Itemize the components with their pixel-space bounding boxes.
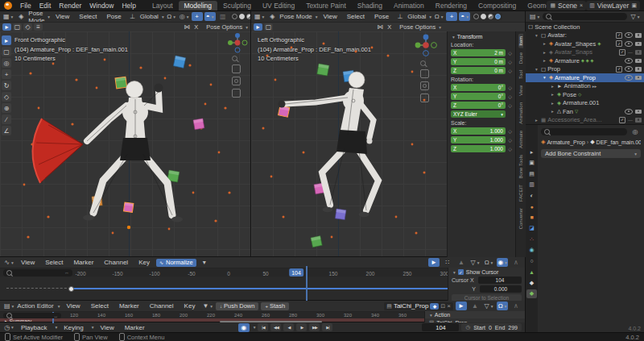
tab-tool-icon[interactable]: ▸	[526, 148, 537, 156]
jump-to-start-button[interactable]: |◀	[258, 323, 268, 331]
proportional-edit-icon[interactable]: ◉▾	[497, 258, 508, 267]
editor-type-icon[interactable]: ▦▾	[254, 12, 265, 21]
curve-handle-icon[interactable]: ∧	[510, 258, 522, 267]
sidebar-tab-animate[interactable]: Animate	[518, 128, 523, 151]
camera-view-icon[interactable]	[232, 77, 241, 85]
camera-view-icon[interactable]	[420, 81, 429, 90]
panel-collapse-icon[interactable]: ▾	[430, 313, 432, 318]
graph-menu-marker[interactable]: Marker	[69, 259, 97, 266]
keyframe-icon[interactable]: ◇	[507, 102, 513, 108]
shading-solid-icon[interactable]	[481, 14, 486, 19]
menu-window[interactable]: Window	[85, 2, 118, 10]
breadcrumb-object[interactable]: Armature_Prop	[547, 139, 584, 145]
mode-selector[interactable]: Pose Mode	[28, 11, 44, 23]
cursor-tool-icon[interactable]: ◎	[2, 58, 11, 68]
disable-render-icon[interactable]	[635, 42, 642, 47]
rotate-tool-icon[interactable]: ↻	[2, 81, 11, 90]
workspace-tab-texture-paint[interactable]: Texture Paint	[300, 1, 352, 10]
pan-hand-icon[interactable]	[420, 69, 429, 78]
outliner-row-avatar-snaps[interactable]: ▸ ◈ Avatar_Snaps ✓—	[526, 48, 644, 57]
keyframe-icon[interactable]: ◇	[507, 146, 513, 152]
location-y-field[interactable]: Y0 m	[451, 58, 506, 65]
zoom-icon[interactable]	[420, 60, 426, 66]
next-keyframe-button[interactable]: ▶▶	[309, 323, 320, 331]
mirror-butterfly-icon[interactable]: ⋈	[181, 23, 192, 31]
editor-type-icon[interactable]: ∿▾	[3, 258, 14, 267]
tab-bone-icon[interactable]: ◆	[526, 278, 537, 287]
keyframe-point[interactable]	[68, 286, 74, 292]
viewport-menu-view[interactable]: View	[52, 13, 73, 20]
expand-icon[interactable]: ▸	[550, 92, 555, 97]
tab-particles-icon[interactable]: ∴	[526, 235, 537, 243]
current-frame-badge[interactable]: 104	[289, 268, 303, 277]
expand-width-icon[interactable]: ↔	[64, 270, 69, 275]
hide-disabled-icon[interactable]: —	[628, 50, 633, 55]
menu-render[interactable]: Render	[55, 2, 85, 10]
pivot-point-icon[interactable]: ◎▾	[179, 12, 190, 21]
workspace-tab-sculpting[interactable]: Sculpting	[217, 1, 257, 10]
dope-menu-channel[interactable]: Channel	[146, 302, 178, 310]
graph-menu-view[interactable]: View	[17, 259, 39, 266]
editor-type-icon[interactable]: ◷▾	[3, 323, 14, 332]
character-figure[interactable]	[83, 81, 183, 222]
tab-modifiers-icon[interactable]: ◪	[526, 224, 537, 233]
current-frame-field[interactable]: 104	[422, 323, 459, 331]
play-button[interactable]: ▶	[296, 323, 307, 331]
viewport-menu-select[interactable]: Select	[343, 13, 369, 20]
outliner-row-fan[interactable]: ▸ △ Fan ▽	[526, 107, 644, 116]
outliner-row-armature-prop[interactable]: ▾ ◈ Armature_Prop	[526, 73, 644, 82]
filter-icon[interactable]: ▽▾	[469, 258, 481, 267]
expand-icon[interactable]: ▸	[550, 84, 555, 89]
outliner-row-animation[interactable]: ▸ ► Animation ▸▸	[526, 82, 644, 91]
cursor-y-field[interactable]: 0.000	[480, 285, 522, 293]
ortho-toggle-icon[interactable]	[420, 94, 429, 102]
snap-icon[interactable]: Ω▾	[497, 301, 508, 310]
keyframe-icon[interactable]: ◇	[507, 59, 513, 64]
prev-keyframe-button[interactable]: ◀◀	[270, 323, 281, 331]
workspace-tab-modeling[interactable]: Modeling	[179, 1, 218, 10]
editor-type-icon[interactable]: ▦▾	[2, 12, 14, 21]
properties-search-input[interactable]	[541, 128, 627, 135]
disable-render-icon[interactable]	[635, 76, 642, 81]
rotation-z-field[interactable]: Z0°	[451, 102, 506, 109]
workspace-tab-uv-editing[interactable]: UV Editing	[257, 1, 300, 10]
scale-y-field[interactable]: Y1.000	[451, 136, 506, 143]
snap-icon[interactable]: Ω▾	[483, 258, 494, 267]
outliner-row-accessories[interactable]: ▸ ▦ Accessories_Area_Reference ✓—	[526, 116, 644, 125]
viewlayer-settings-icon[interactable]: ▣	[631, 2, 637, 9]
hide-eye-icon[interactable]	[625, 58, 633, 64]
viewport-menu-pose[interactable]: Pose	[103, 13, 126, 20]
outliner-filter-icon[interactable]: ▽▾	[630, 12, 641, 21]
overlays-toggle-icon[interactable]: ◓▾	[459, 12, 470, 21]
viewport-left-scene[interactable]	[251, 31, 448, 257]
menu-help[interactable]: Help	[118, 2, 139, 10]
location-z-field[interactable]: Z0 m	[451, 67, 506, 74]
graph-menu-select[interactable]: Select	[41, 259, 67, 266]
prop-cube-green[interactable]	[115, 77, 127, 89]
keyframe-icon[interactable]: ◇	[507, 50, 513, 56]
workspace-tab-rendering[interactable]: Rendering	[430, 1, 473, 10]
jump-to-end-button[interactable]: ▶|	[322, 323, 332, 331]
sidebar-tab-view[interactable]: View	[518, 83, 523, 98]
end-frame-field[interactable]: 299	[508, 325, 518, 331]
channel-search-input[interactable]: ↔	[3, 269, 72, 277]
viewport-front-scene[interactable]	[0, 31, 250, 257]
hide-eye-icon[interactable]	[625, 75, 633, 81]
character-figure[interactable]	[279, 72, 379, 217]
playhead-line[interactable]	[306, 266, 308, 301]
only-errors-icon[interactable]: ▲	[469, 301, 481, 310]
mirror-x-label[interactable]: X	[387, 23, 391, 31]
orientation-selector[interactable]: Global	[407, 13, 426, 20]
expand-icon[interactable]: ▸	[542, 50, 547, 55]
tab-object-constraints-icon[interactable]: ○	[526, 256, 537, 265]
panel-title[interactable]: Transform	[457, 34, 483, 40]
tab-bone-constraint-icon[interactable]: ◆	[526, 289, 537, 298]
auto-keyframe-toggle[interactable]: ◉	[238, 323, 250, 332]
prop-cube-blue[interactable]	[173, 56, 185, 68]
panel-collapse-icon[interactable]: ▾	[452, 35, 455, 40]
mirror-x-label[interactable]: X	[194, 23, 198, 31]
start-frame-field[interactable]: 0	[489, 325, 492, 331]
workspace-tab-shading[interactable]: Shading	[352, 1, 388, 10]
tab-render-icon[interactable]: ▣	[526, 159, 537, 168]
expand-icon[interactable]: ▸	[542, 41, 547, 46]
